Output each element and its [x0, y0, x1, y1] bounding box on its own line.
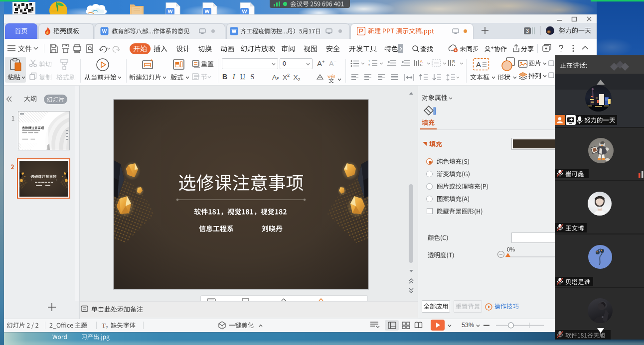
svg-text:T: T [102, 322, 106, 329]
svg-text:A: A [476, 60, 481, 69]
svg-text:?: ? [106, 325, 108, 329]
svg-text:B: B [452, 59, 455, 64]
svg-text:A: A [420, 59, 423, 64]
svg-text:1: 1 [368, 60, 370, 63]
svg-text:2: 2 [368, 64, 370, 67]
